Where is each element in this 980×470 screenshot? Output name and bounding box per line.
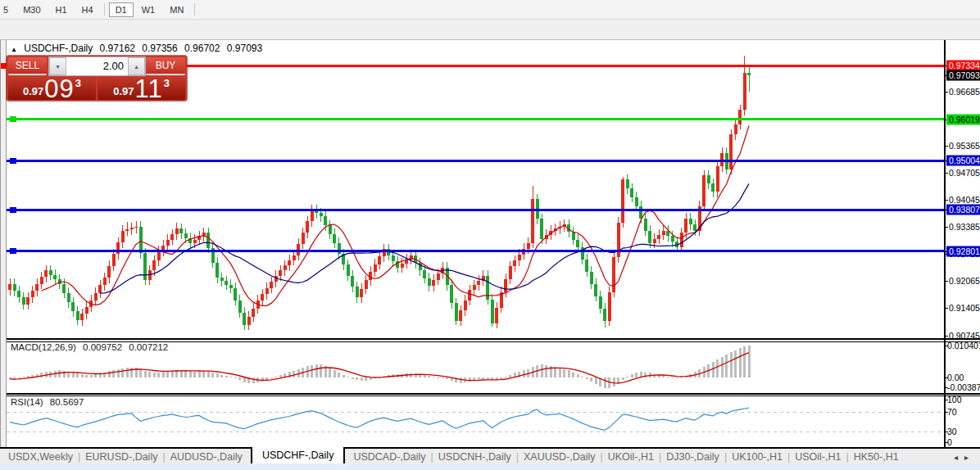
buy-price-pip: 3 [164, 77, 170, 89]
tab-audusd-[interactable]: AUDUSD-,Daily [162, 450, 251, 464]
mt4-window: 5M30H1H4D1W1MN ▲ USDCHF-,Daily 0.97162 0… [0, 0, 980, 470]
chart-tab-bar: USDX,Weekly|EURUSD-,Daily|AUDUSD-,DailyU… [0, 447, 980, 465]
ohlc-high: 0.97356 [142, 43, 177, 54]
rsi-pane-title: RSI(14) 80.5697 [11, 397, 88, 407]
rsi-axis-label: 30 [947, 427, 957, 436]
tab-usdx[interactable]: USDX,Weekly [0, 450, 81, 464]
sell-button[interactable]: SELL [8, 57, 47, 75]
macd-title: MACD(12,26,9) [11, 342, 76, 352]
price-tick-label: 0.95365 [949, 141, 980, 151]
price-highlight-label: 0.97093 [946, 70, 980, 81]
timeframe-toolbar: 5M30H1H4D1W1MN [0, 0, 980, 20]
macd-pane-title: MACD(12,26,9) 0.009752 0.007212 [11, 342, 172, 352]
rsi-title: RSI(14) [11, 397, 43, 407]
timeframe-mn[interactable]: MN [163, 2, 190, 17]
price-highlight-label: 0.92801 [946, 246, 980, 257]
ohlc-low: 0.96702 [184, 43, 220, 54]
timeframe-w1[interactable]: W1 [135, 2, 162, 17]
status-strip [0, 463, 980, 470]
tab-eurusd-[interactable]: EURUSD-,Daily [77, 450, 166, 464]
tab-usdcad-[interactable]: USDCAD-,Daily [345, 450, 433, 464]
price-tick-label: 0.90745 [949, 331, 980, 341]
tab-hk50-[interactable]: HK50-,H1 [846, 450, 907, 464]
price-highlight-label: 0.96019 [946, 115, 980, 125]
chart-symbol: USDCHF-,Daily [24, 43, 93, 54]
tab-usdchf-[interactable]: USDCHF-,Daily [251, 447, 346, 465]
price-tick-label: 0.96685 [949, 87, 980, 97]
price-highlight-label: 0.95004 [946, 156, 980, 166]
tab-xauusd-[interactable]: XAUUSD-,Daily [515, 450, 604, 464]
one-click-trade-panel: SELL ▾ 2.00 ▴ BUY 0.97 09 3 0.97 11 3 [7, 56, 187, 101]
price-tick-label: 0.93385 [949, 222, 980, 232]
tab-scroll-arrows: ◂▸ [954, 453, 975, 462]
buy-button[interactable]: BUY [146, 57, 185, 75]
buy-price-prefix: 0.97 [113, 85, 134, 97]
price-tick-label: 0.92065 [949, 276, 980, 286]
macd-axis-label: -0.003875 [947, 382, 980, 392]
volume-value[interactable]: 2.00 [66, 57, 128, 75]
rsi-value: 80.5697 [50, 397, 84, 407]
tab-usoil-[interactable]: USOil-,H1 [787, 450, 849, 464]
buy-price-display[interactable]: 0.97 11 3 [98, 77, 185, 100]
toolbar-separator [104, 3, 105, 16]
ohlc-close: 0.97093 [227, 43, 262, 54]
timeframe-h1[interactable]: H1 [49, 2, 74, 17]
price-tick-label: 0.94045 [949, 195, 980, 205]
timeframe-m30[interactable]: M30 [16, 2, 47, 17]
timeframe-h4[interactable]: H4 [75, 2, 100, 17]
tab-dj30-[interactable]: DJ30-,Daily [658, 450, 728, 464]
tab-ukoil-[interactable]: UKOil-,H1 [600, 450, 662, 464]
chevron-up-icon: ▴ [134, 63, 138, 70]
sell-price-pip: 3 [75, 77, 81, 89]
timeframe-d1[interactable]: D1 [109, 2, 134, 17]
price-tick-label: 0.91405 [949, 303, 980, 313]
tab-scroll-right-icon[interactable]: ▸ [964, 453, 975, 462]
ohlc-open: 0.97162 [100, 43, 135, 54]
rsi-axis-label: 70 [947, 407, 957, 417]
sell-price-prefix: 0.97 [23, 85, 43, 97]
toolbar-separator [194, 3, 195, 16]
sell-price-display[interactable]: 0.97 09 3 [8, 77, 96, 100]
tab-uk100-[interactable]: UK100-,H1 [724, 450, 791, 464]
price-highlight-label: 0.93807 [946, 205, 980, 215]
rsi-axis-label: 0 [947, 437, 952, 447]
collapse-arrow-icon[interactable]: ▲ [11, 46, 17, 53]
tab-usdcnh-[interactable]: USDCNH-,Daily [430, 450, 519, 464]
chart-window: ▲ USDCHF-,Daily 0.97162 0.97356 0.96702 … [0, 20, 980, 447]
macd-axis-label: 0.010401 [947, 341, 980, 350]
buy-price-big: 11 [134, 78, 162, 100]
timeframe-5[interactable]: 5 [0, 2, 15, 17]
tab-scroll-left-icon[interactable]: ◂ [954, 453, 964, 462]
price-tick-label: 0.94705 [949, 168, 980, 178]
chart-title: ▲ USDCHF-,Daily 0.97162 0.97356 0.96702 … [11, 43, 266, 54]
chevron-down-icon: ▾ [56, 63, 59, 70]
volume-stepper: ▾ 2.00 ▴ [48, 56, 146, 76]
rsi-axis-label: 100 [947, 395, 962, 404]
sell-price-big: 09 [44, 78, 74, 100]
volume-increase-button[interactable]: ▴ [128, 57, 145, 75]
macd-value: 0.009752 [83, 342, 122, 352]
volume-decrease-button[interactable]: ▾ [49, 57, 66, 75]
macd-signal-value: 0.007212 [129, 342, 168, 352]
macd-axis-label: 0.00 [947, 373, 964, 382]
